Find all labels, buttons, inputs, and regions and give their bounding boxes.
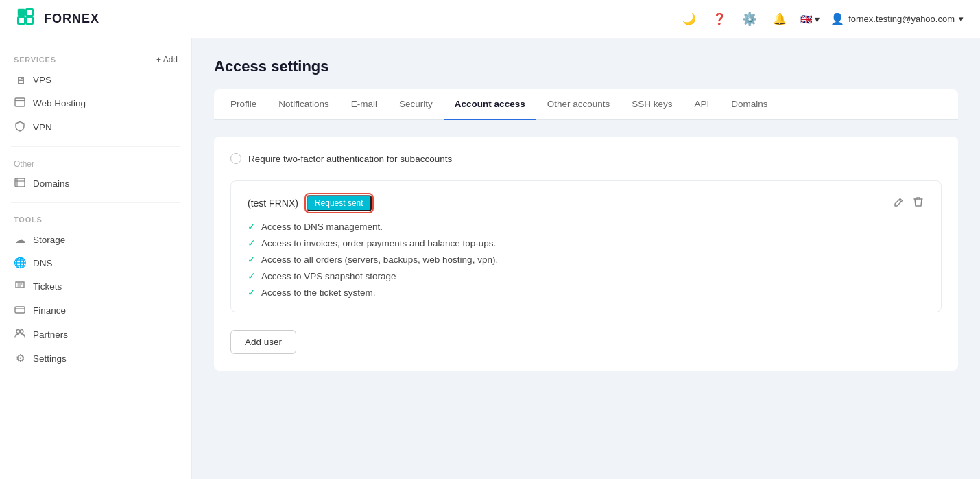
- access-label-4: Access to the ticket system.: [261, 288, 376, 298]
- moon-icon[interactable]: 🌙: [680, 10, 699, 29]
- check-icon-2: ✓: [248, 254, 256, 265]
- subuser-left: (test FRNX) Request sent: [248, 195, 372, 211]
- user-email: fornex.testing@yahoo.com: [848, 14, 955, 24]
- sidebar-item-tickets[interactable]: Tickets: [0, 274, 191, 299]
- svg-rect-2: [18, 17, 25, 24]
- tab-email[interactable]: E-mail: [340, 89, 388, 120]
- storage-icon: ☁: [14, 233, 26, 246]
- sidebar-item-label-vpn: VPN: [33, 122, 52, 132]
- two-fa-row: Require two-factor authentication for su…: [230, 153, 942, 164]
- add-user-button[interactable]: Add user: [230, 330, 296, 354]
- user-chevron: ▾: [959, 14, 964, 24]
- tabs-bar: Profile Notifications E-mail Security Ac…: [214, 89, 958, 120]
- svg-point-11: [16, 330, 20, 334]
- tab-domains[interactable]: Domains: [720, 89, 778, 120]
- sidebar-item-web-hosting[interactable]: Web Hosting: [0, 91, 191, 115]
- sidebar-item-label-vps: VPS: [33, 75, 51, 85]
- add-service-button[interactable]: + Add: [156, 55, 178, 65]
- edit-icon[interactable]: [893, 196, 905, 211]
- svg-rect-6: [15, 178, 25, 187]
- sidebar-item-vpn[interactable]: VPN: [0, 115, 191, 139]
- access-label-0: Access to DNS management.: [261, 222, 383, 232]
- sidebar-item-label-settings: Settings: [33, 353, 67, 364]
- vps-icon: 🖥: [14, 74, 26, 86]
- vpn-icon: [14, 121, 26, 134]
- sidebar-item-label-tickets: Tickets: [33, 281, 62, 292]
- access-item-1: ✓ Access to invoices, order payments and…: [248, 237, 924, 248]
- other-label: Other: [0, 154, 191, 172]
- settings-icon[interactable]: ⚙️: [740, 10, 759, 29]
- language-selector[interactable]: 🇬🇧 ▾: [800, 14, 820, 25]
- domains-icon: [14, 177, 26, 190]
- sidebar-item-finance[interactable]: Finance: [0, 299, 191, 323]
- tab-notifications[interactable]: Notifications: [267, 89, 340, 120]
- sidebar-item-label-partners: Partners: [33, 329, 68, 340]
- flag-chevron: ▾: [815, 14, 820, 25]
- tab-api[interactable]: API: [684, 89, 721, 120]
- access-label-1: Access to invoices, order payments and b…: [261, 238, 496, 248]
- check-icon-3: ✓: [248, 270, 256, 281]
- sidebar-item-dns[interactable]: 🌐 DNS: [0, 251, 191, 274]
- tools-section: TOOLS ☁ Storage 🌐 DNS Tickets Finance: [0, 210, 191, 370]
- sidebar-divider-1: [11, 146, 180, 147]
- sidebar-item-storage[interactable]: ☁ Storage: [0, 228, 191, 251]
- services-section-header: SERVICES + Add: [0, 49, 191, 69]
- two-fa-label: Require two-factor authentication for su…: [248, 154, 452, 164]
- partners-icon: [14, 328, 26, 341]
- subuser-header: (test FRNX) Request sent: [248, 195, 924, 211]
- tickets-icon: [14, 280, 26, 293]
- user-icon: 👤: [830, 12, 844, 25]
- check-icon-0: ✓: [248, 221, 256, 232]
- user-menu[interactable]: 👤 fornex.testing@yahoo.com ▾: [830, 12, 964, 25]
- tab-account-access[interactable]: Account access: [444, 89, 536, 120]
- tools-label: TOOLS: [14, 215, 43, 224]
- sidebar-item-domains[interactable]: Domains: [0, 172, 191, 196]
- tools-section-header: TOOLS: [0, 210, 191, 228]
- services-label: SERVICES: [14, 56, 56, 64]
- bell-icon[interactable]: 🔔: [770, 10, 789, 29]
- header-right: 🌙 ❓ ⚙️ 🔔 🇬🇧 ▾ 👤 fornex.testing@yahoo.com…: [680, 10, 964, 29]
- sidebar-item-vps[interactable]: 🖥 VPS: [0, 69, 191, 91]
- web-hosting-icon: [14, 97, 26, 110]
- page-title: Access settings: [214, 58, 958, 75]
- dns-icon: 🌐: [14, 257, 26, 269]
- svg-rect-3: [26, 17, 33, 24]
- access-list: ✓ Access to DNS management. ✓ Access to …: [248, 221, 924, 298]
- help-icon[interactable]: ❓: [710, 10, 729, 29]
- subuser-name: (test FRNX): [248, 198, 298, 209]
- tab-security[interactable]: Security: [388, 89, 444, 120]
- logo-text: FORNEX: [44, 12, 99, 26]
- two-fa-checkbox[interactable]: [230, 153, 241, 164]
- logo-icon: [16, 6, 38, 32]
- header: FORNEX 🌙 ❓ ⚙️ 🔔 🇬🇧 ▾ 👤 fornex.testing@ya…: [0, 0, 980, 38]
- request-sent-badge[interactable]: Request sent: [307, 195, 372, 211]
- sidebar: SERVICES + Add 🖥 VPS Web Hosting VPN Oth…: [0, 38, 192, 479]
- svg-rect-1: [26, 9, 33, 16]
- sidebar-item-label-finance: Finance: [33, 305, 66, 316]
- tab-other-accounts[interactable]: Other accounts: [536, 89, 621, 120]
- tab-ssh-keys[interactable]: SSH keys: [621, 89, 683, 120]
- settings-sidebar-icon: ⚙: [14, 352, 26, 364]
- access-label-3: Access to VPS snapshot storage: [261, 271, 396, 281]
- sidebar-item-settings[interactable]: ⚙ Settings: [0, 347, 191, 370]
- check-icon-1: ✓: [248, 237, 256, 248]
- sidebar-item-partners[interactable]: Partners: [0, 323, 191, 347]
- finance-icon: [14, 304, 26, 317]
- sidebar-item-label-web-hosting: Web Hosting: [33, 98, 86, 108]
- svg-point-12: [20, 330, 23, 334]
- svg-rect-0: [18, 9, 25, 16]
- tab-profile[interactable]: Profile: [219, 89, 267, 120]
- main-content: Access settings Profile Notifications E-…: [192, 38, 980, 479]
- check-icon-4: ✓: [248, 287, 256, 298]
- access-label-2: Access to all orders (servers, backups, …: [261, 255, 498, 265]
- subuser-card: (test FRNX) Request sent ✓: [230, 180, 942, 312]
- delete-icon[interactable]: [912, 196, 924, 211]
- access-item-3: ✓ Access to VPS snapshot storage: [248, 270, 924, 281]
- access-item-0: ✓ Access to DNS management.: [248, 221, 924, 232]
- access-item-2: ✓ Access to all orders (servers, backups…: [248, 254, 924, 265]
- subuser-actions: [893, 196, 924, 211]
- flag-icon: 🇬🇧: [800, 14, 812, 25]
- sidebar-divider-2: [11, 202, 180, 203]
- svg-rect-9: [15, 307, 25, 313]
- access-item-4: ✓ Access to the ticket system.: [248, 287, 924, 298]
